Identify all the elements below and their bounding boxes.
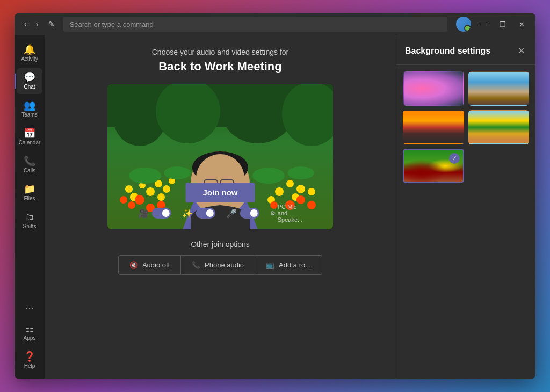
more-button[interactable]: ··· xyxy=(25,299,33,318)
video-toggle[interactable]: 🎥 xyxy=(138,208,171,219)
sidebar-item-calendar[interactable]: 📅 Calendar xyxy=(17,124,42,150)
svg-point-27 xyxy=(307,201,316,209)
search-placeholder: Search or type a command xyxy=(70,20,154,28)
svg-point-26 xyxy=(296,195,305,204)
svg-point-29 xyxy=(129,168,161,184)
content-area: Choose your audio and video settings for… xyxy=(45,35,535,379)
sidebar-item-calls[interactable]: 📞 Calls xyxy=(17,152,42,178)
room-icon: 📺 xyxy=(266,261,274,269)
video-controls: 🎥 ✨ 🎤 ⚙ PC Mic and xyxy=(138,204,302,223)
other-options: Other join options 🔇 Audio off 📞 Phone a… xyxy=(55,240,385,275)
add-room-button[interactable]: 📺 Add a ro... xyxy=(255,255,322,275)
sidebar: 🔔 Activity 💬 Chat 👥 Teams 📅 Calendar 📞 C… xyxy=(15,35,45,379)
bg-thumbnail-2[interactable] xyxy=(468,71,530,106)
calendar-label: Calendar xyxy=(19,140,41,146)
mic-toggle[interactable]: 🎤 xyxy=(226,208,259,219)
svg-point-32 xyxy=(287,166,314,179)
calls-label: Calls xyxy=(24,168,35,173)
camera-toggle-switch[interactable] xyxy=(152,208,171,219)
apps-label: Apps xyxy=(24,335,36,341)
join-now-button[interactable]: Join now xyxy=(186,183,255,202)
phone-audio-button[interactable]: 📞 Phone audio xyxy=(181,255,255,275)
help-icon: ❓ xyxy=(24,352,35,361)
meeting-subtitle: Choose your audio and video settings for xyxy=(152,48,289,56)
svg-point-19 xyxy=(275,187,284,196)
files-label: Files xyxy=(24,195,35,201)
forward-button[interactable]: › xyxy=(32,18,41,30)
bg-thumbnail-1[interactable] xyxy=(403,71,464,106)
svg-point-18 xyxy=(120,196,127,204)
calls-icon: 📞 xyxy=(24,156,35,166)
sidebar-item-files[interactable]: 📁 Files xyxy=(17,180,42,206)
mic-toggle-switch[interactable] xyxy=(240,208,259,219)
minimize-button[interactable]: — xyxy=(475,18,491,31)
svg-point-13 xyxy=(157,193,165,201)
svg-point-16 xyxy=(128,201,135,209)
window-actions: — ❐ ✕ xyxy=(456,17,529,32)
audio-off-icon: 🔇 xyxy=(129,261,138,269)
camera-icon: 🎥 xyxy=(138,208,149,219)
bg-thumbnail-3[interactable] xyxy=(403,110,464,144)
search-bar[interactable]: Search or type a command xyxy=(63,17,447,32)
avatar[interactable] xyxy=(456,17,471,32)
meeting-setup: Choose your audio and video settings for… xyxy=(45,35,396,379)
phone-icon: 📞 xyxy=(192,261,200,269)
bg-thumbnail-grid xyxy=(396,65,535,190)
close-button[interactable]: ✕ xyxy=(515,18,529,31)
bg-settings-close-button[interactable]: ✕ xyxy=(516,43,527,58)
sidebar-item-apps[interactable]: ⚏ Apps xyxy=(17,320,42,345)
sidebar-item-shifts[interactable]: 🗂 Shifts xyxy=(17,208,42,234)
activity-icon: 🔔 xyxy=(24,45,35,54)
edit-icon[interactable]: ✎ xyxy=(48,20,55,28)
sidebar-item-chat[interactable]: 💬 Chat xyxy=(17,68,42,94)
svg-point-31 xyxy=(252,168,285,184)
svg-point-21 xyxy=(296,185,305,193)
svg-point-6 xyxy=(146,187,155,196)
sidebar-item-help[interactable]: ❓ Help xyxy=(17,347,42,373)
meeting-title: Back to Work Meeting xyxy=(152,60,289,74)
teams-label: Teams xyxy=(21,112,37,118)
bg-thumbnail-4[interactable] xyxy=(468,110,530,144)
app-window: ‹ › ✎ Search or type a command — ❐ ✕ 🔔 A… xyxy=(15,13,535,379)
audio-device-label: PC Mic and Speake... xyxy=(278,204,302,223)
other-options-title: Other join options xyxy=(55,240,385,249)
join-options-row: 🔇 Audio off 📞 Phone audio 📺 Add a ro... xyxy=(55,255,385,275)
sidebar-item-teams[interactable]: 👥 Teams xyxy=(17,96,42,122)
bg-settings-title: Background settings xyxy=(405,46,490,56)
title-bar: ‹ › ✎ Search or type a command — ❐ ✕ xyxy=(15,13,535,35)
audio-device-selector[interactable]: ⚙ PC Mic and Speake... xyxy=(270,204,302,223)
meeting-title-section: Choose your audio and video settings for… xyxy=(152,48,289,74)
video-preview: Join now 🎥 ✨ 🎤 xyxy=(107,84,333,229)
maximize-button[interactable]: ❐ xyxy=(495,18,510,31)
sidebar-item-activity[interactable]: 🔔 Activity xyxy=(17,40,42,66)
calendar-icon: 📅 xyxy=(24,128,35,138)
bg-settings-panel: Background settings ✕ xyxy=(396,35,535,379)
audio-off-button[interactable]: 🔇 Audio off xyxy=(118,255,181,275)
shifts-label: Shifts xyxy=(23,223,36,229)
svg-point-22 xyxy=(308,188,315,195)
files-icon: 📁 xyxy=(24,184,35,194)
svg-point-9 xyxy=(163,185,170,193)
chat-icon: 💬 xyxy=(24,72,35,82)
effects-toggle[interactable]: ✨ xyxy=(182,208,215,219)
main-layout: 🔔 Activity 💬 Chat 👥 Teams 📅 Calendar 📞 C… xyxy=(15,35,535,379)
svg-point-12 xyxy=(125,185,133,193)
nav-buttons: ‹ › xyxy=(21,18,42,30)
effects-icon: ✨ xyxy=(182,208,193,219)
activity-label: Activity xyxy=(21,56,38,62)
effects-toggle-switch[interactable] xyxy=(196,208,215,219)
mic-icon: 🎤 xyxy=(226,208,237,219)
back-button[interactable]: ‹ xyxy=(21,18,30,30)
shifts-icon: 🗂 xyxy=(25,212,34,222)
add-room-label: Add a ro... xyxy=(279,261,311,269)
chat-label: Chat xyxy=(24,84,35,90)
teams-icon: 👥 xyxy=(24,100,35,110)
help-label: Help xyxy=(24,363,35,369)
settings-icon: ⚙ xyxy=(270,210,276,217)
phone-audio-label: Phone audio xyxy=(205,261,244,269)
bg-settings-header: Background settings ✕ xyxy=(396,35,535,65)
bg-panel-scroll[interactable] xyxy=(396,65,535,379)
apps-icon: ⚏ xyxy=(25,324,34,333)
svg-point-20 xyxy=(286,180,294,187)
bg-thumbnail-5[interactable] xyxy=(403,149,464,183)
